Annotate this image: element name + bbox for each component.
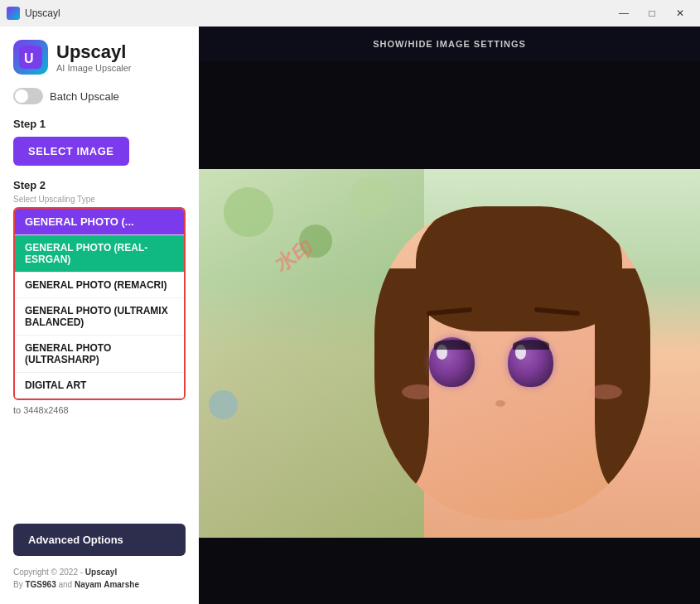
app-icon [7, 7, 20, 20]
image-settings-text: SHOW/HIDE IMAGE SETTINGS [373, 39, 526, 49]
dropdown-item-ultramix[interactable]: GENERAL PHOTO (ULTRAMIX BALANCED) [15, 298, 184, 336]
app-title-group: Upscayl AI Image Upscaler [56, 41, 131, 73]
eye-right [508, 337, 553, 387]
step1-label: Step 1 [13, 118, 186, 130]
footer-by: By [13, 580, 23, 589]
anime-image-display: 水印 [199, 169, 700, 538]
app-subtitle: AI Image Upscaler [56, 63, 131, 73]
app-header: U Upscayl AI Image Upscaler [13, 40, 186, 75]
batch-upscale-row: Batch Upscale [13, 88, 186, 104]
blush-left [402, 384, 435, 399]
upscale-dimensions: to 3448x2468 [13, 405, 186, 415]
eye-left [429, 337, 475, 387]
window-controls: — □ ✕ [611, 0, 693, 27]
character-face [374, 206, 650, 519]
minimize-button[interactable]: — [611, 0, 637, 27]
dropdown-item-real-esrgan[interactable]: GENERAL PHOTO (REAL-ESRGAN) [15, 235, 184, 273]
select-image-button[interactable]: SELECT IMAGE [13, 137, 129, 166]
maximize-button[interactable]: □ [639, 0, 665, 27]
nose [495, 400, 505, 407]
sidebar-bottom: Advanced Options Copyright © 2022 - Upsc… [13, 420, 186, 591]
svg-text:U: U [24, 51, 34, 65]
upscale-type-dropdown[interactable]: GENERAL PHOTO (... GENERAL PHOTO (REAL-E… [13, 207, 186, 400]
dropdown-list: GENERAL PHOTO (REAL-ESRGAN) GENERAL PHOT… [15, 234, 184, 399]
title-bar: Upscayl — □ ✕ [0, 0, 700, 27]
copyright-text: Copyright © 2022 - [13, 568, 83, 577]
step2-label: Step 2 [13, 179, 186, 191]
advanced-options-button[interactable]: Advanced Options [13, 524, 186, 556]
footer-author1: TGS963 [25, 580, 56, 589]
eyes-container [429, 337, 553, 387]
dropdown-item-digital-art[interactable]: DIGITAL ART [15, 373, 184, 399]
select-type-label: Select Upscaling Type [13, 195, 186, 204]
flower-3 [350, 176, 391, 218]
app-logo: U [13, 40, 48, 75]
footer-app-name: Upscayl [85, 568, 117, 577]
image-settings-bar[interactable]: SHOW/HIDE IMAGE SETTINGS [199, 27, 700, 61]
black-bar-top [199, 61, 700, 169]
flower-2 [299, 225, 332, 258]
sidebar: U Upscayl AI Image Upscaler Batch Upscal… [0, 27, 199, 604]
main-content: SHOW/HIDE IMAGE SETTINGS 水印 [199, 27, 700, 604]
batch-upscale-toggle[interactable] [13, 88, 43, 104]
footer-and: and [58, 580, 72, 589]
batch-upscale-label: Batch Upscale [50, 90, 119, 103]
anime-scene: 水印 [199, 169, 700, 538]
sidebar-footer: Copyright © 2022 - Upscayl By TGS963 and… [13, 566, 186, 591]
black-bar-bottom [199, 538, 700, 604]
title-bar-title: Upscayl [25, 7, 611, 19]
hair-side-right [595, 268, 650, 488]
close-button[interactable]: ✕ [667, 0, 693, 27]
app-name: Upscayl [56, 41, 131, 63]
app-body: U Upscayl AI Image Upscaler Batch Upscal… [0, 27, 700, 604]
dropdown-item-remacri[interactable]: GENERAL PHOTO (REMACRI) [15, 273, 184, 298]
dropdown-item-ultrasharp[interactable]: GENERAL PHOTO (ULTRASHARP) [15, 336, 184, 373]
flower-4 [209, 390, 238, 419]
footer-author2: Nayam Amarshe [75, 580, 139, 589]
dropdown-selected-value[interactable]: GENERAL PHOTO (... [15, 209, 184, 234]
hair-side-left [374, 268, 430, 488]
